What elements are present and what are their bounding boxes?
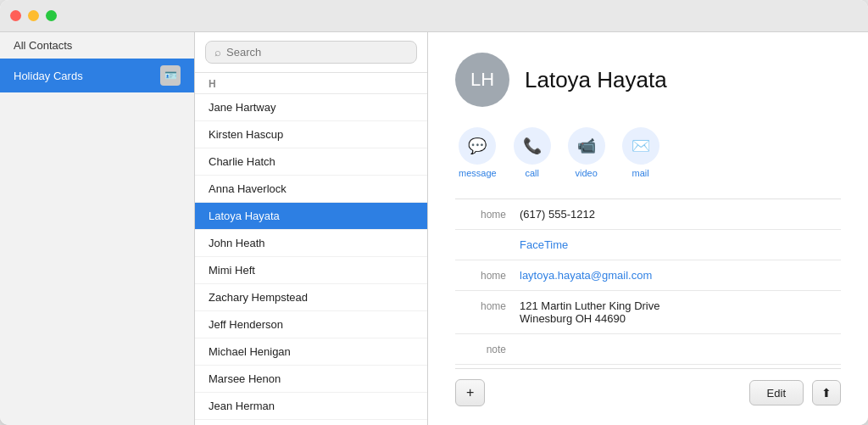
titlebar	[0, 0, 868, 32]
app-window: All Contacts Holiday Cards ⌕ H Jane Hart…	[0, 0, 868, 425]
action-btn-mail[interactable]: ✉️ mail	[622, 127, 659, 178]
phone-label: home	[455, 208, 506, 221]
contact-item-jane-hartway[interactable]: Jane Hartway	[195, 94, 427, 121]
contact-list-inner: H Jane HartwayKirsten HascupCharlie Hatc…	[195, 73, 427, 425]
sidebar: All Contacts Holiday Cards	[0, 32, 195, 425]
message-label: message	[459, 168, 497, 178]
contact-item-mimi-heft[interactable]: Mimi Heft	[195, 257, 427, 284]
email-value[interactable]: laytoya.hayata@gmail.com	[520, 269, 841, 282]
sidebar-item-holiday-cards[interactable]: Holiday Cards	[0, 59, 194, 92]
share-button[interactable]: ⬆	[812, 380, 841, 405]
facetime-value[interactable]: FaceTime	[520, 238, 841, 251]
detail-footer: + Edit ⬆	[455, 368, 841, 406]
detail-row-phone: home(617) 555-1212	[455, 199, 841, 230]
contact-item-jean-herman[interactable]: Jean Herman	[195, 393, 427, 420]
mail-icon: ✉️	[622, 127, 659, 165]
close-button[interactable]	[10, 10, 21, 21]
contact-item-latoya-hayata[interactable]: Latoya Hayata	[195, 203, 427, 230]
contact-name: Latoya Hayata	[525, 67, 667, 93]
maximize-button[interactable]	[46, 10, 57, 21]
video-label: video	[575, 168, 597, 178]
call-label: call	[525, 168, 539, 178]
video-icon: 📹	[568, 127, 605, 165]
avatar: LH	[455, 53, 509, 107]
section-header-h: H	[195, 73, 427, 94]
contact-item-kirsten-hascup[interactable]: Kirsten Hascup	[195, 121, 427, 148]
contact-item-marsee-henon[interactable]: Marsee Henon	[195, 366, 427, 393]
email-label: home	[455, 269, 506, 282]
contact-list-panel: ⌕ H Jane HartwayKirsten HascupCharlie Ha…	[195, 32, 428, 425]
footer-right: Edit ⬆	[749, 380, 841, 405]
action-btn-video[interactable]: 📹 video	[568, 127, 605, 178]
contact-item-anna-haverlock[interactable]: Anna Haverlock	[195, 176, 427, 203]
contact-header: LH Latoya Hayata	[455, 53, 841, 107]
search-icon: ⌕	[214, 46, 221, 59]
address-label: home	[455, 299, 506, 312]
address-value: 121 Martin Luther King Drive Winesburg O…	[520, 299, 841, 325]
minimize-button[interactable]	[28, 10, 39, 21]
call-icon: 📞	[514, 127, 551, 165]
mail-label: mail	[632, 168, 649, 178]
search-input[interactable]	[226, 46, 408, 59]
detail-row-email: homelaytoya.hayata@gmail.com	[455, 260, 841, 291]
action-btn-call[interactable]: 📞 call	[514, 127, 551, 178]
action-buttons: 💬 message 📞 call 📹 video ✉️ mail	[455, 127, 841, 178]
contact-item-sarah-herrlinger[interactable]: Sarah Herrlinger	[195, 420, 427, 425]
contact-item-jeff-henderson[interactable]: Jeff Henderson	[195, 311, 427, 338]
detail-panel: LH Latoya Hayata 💬 message 📞 call 📹 vide…	[428, 32, 868, 425]
facetime-label	[455, 238, 506, 239]
note-label: note	[455, 343, 506, 355]
edit-button[interactable]: Edit	[749, 380, 804, 405]
contact-item-zachary-hempstead[interactable]: Zachary Hempstead	[195, 284, 427, 311]
add-to-group-icon[interactable]	[160, 65, 181, 86]
main-content: All Contacts Holiday Cards ⌕ H Jane Hart…	[0, 32, 868, 425]
contact-item-michael-henigan[interactable]: Michael Henigan	[195, 338, 427, 366]
phone-value: (617) 555-1212	[520, 208, 841, 221]
search-field-wrap[interactable]: ⌕	[205, 41, 417, 64]
contact-item-john-heath[interactable]: John Heath	[195, 230, 427, 257]
detail-rows: home(617) 555-1212FaceTimehomelaytoya.ha…	[455, 199, 841, 365]
add-field-button[interactable]: +	[455, 379, 485, 406]
sidebar-item-all-contacts[interactable]: All Contacts	[0, 32, 194, 59]
message-icon: 💬	[459, 127, 496, 165]
action-btn-message[interactable]: 💬 message	[459, 127, 497, 178]
contact-item-charlie-hatch[interactable]: Charlie Hatch	[195, 148, 427, 176]
detail-row-address: home121 Martin Luther King Drive Winesbu…	[455, 291, 841, 334]
detail-row-facetime: FaceTime	[455, 230, 841, 260]
search-bar: ⌕	[195, 32, 427, 73]
detail-row-note: note	[455, 334, 841, 365]
